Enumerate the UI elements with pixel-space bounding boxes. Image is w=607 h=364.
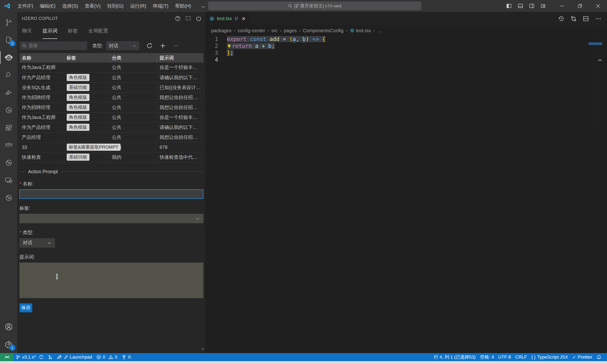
power-icon[interactable] [196,16,201,21]
tab-聊天[interactable]: 聊天 [22,27,32,39]
cell-name: 作为产品经理 [19,73,64,82]
menu-item[interactable]: 运行(R) [127,1,150,11]
menu-item[interactable]: 终端(T) [150,1,172,11]
breadcrumb-item[interactable]: ComponentsConfig [303,28,343,33]
sidebar-item-explorer[interactable]: 2 [0,31,17,49]
chevron-down-icon [47,241,52,245]
bell-icon [596,355,602,360]
breadcrumb-item[interactable]: src [271,28,278,33]
cell-tag: 角色模版 [64,92,110,102]
tag-select[interactable] [19,214,203,223]
remove-button[interactable] [173,43,179,49]
timeline-icon[interactable] [558,16,564,22]
breadcrumb-item[interactable]: test.tsx [350,28,371,33]
code-area[interactable]: 1export const add = (a, b) => {2return a… [206,36,607,353]
sidebar-item-run-debug[interactable] [0,84,17,102]
minimap[interactable] [589,36,602,130]
indent-setting[interactable]: 空格: 4 [478,353,496,361]
prompt-textarea[interactable]: I [19,262,203,298]
formatter-status[interactable]: ✓Prettier [570,353,594,361]
type-filter-select[interactable]: 对话 [106,41,139,50]
settings-button[interactable]: 1 [0,336,17,353]
name-field[interactable] [19,189,203,199]
customize-layout-icon[interactable] [540,3,546,9]
notifications-button[interactable] [594,353,604,361]
table-row[interactable]: 产品经理公共我想让你担任招聘... [19,132,203,142]
table-row[interactable]: 作为Java工程师公共你是一个经验丰富... [19,63,203,73]
breadcrumb-item[interactable]: config-center [238,28,265,33]
minimize-button[interactable] [553,0,571,12]
search-input[interactable] [29,43,84,48]
tab-标签[interactable]: 标签 [68,27,78,39]
sidebar-item-organization[interactable] [0,136,17,154]
sidebar-item-circle-play2[interactable] [0,189,17,207]
toggle-secondary-sidebar-icon[interactable] [529,3,534,9]
menu-item[interactable]: 转到(G) [104,1,127,11]
menu-item[interactable]: 帮助(H) [172,1,194,11]
eol-setting[interactable]: CRLF [513,353,529,361]
back-arrow-icon[interactable]: ← [201,3,207,9]
refresh-button[interactable] [146,43,152,49]
breadcrumb-item[interactable]: pages [284,28,297,33]
sidebar-item-hzero-copilot[interactable] [0,49,17,66]
restore-button[interactable] [571,0,589,12]
editor-area: test.tsx U ✕ packages›config-center›src›… [206,12,607,353]
command-center[interactable]: [扩展开发宿主] c7n-ued [208,2,421,10]
launchpad-button[interactable]: Launchpad [55,353,94,361]
tab-test-tsx[interactable]: test.tsx U ✕ [206,12,250,25]
breadcrumb-separator: › [280,28,281,33]
scroll-down-icon[interactable]: ▾ [202,347,204,351]
language-mode[interactable]: { }TypeScript JSX [529,353,570,361]
tab-提示词[interactable]: 提示词 [42,27,57,39]
table-row[interactable]: 作为产品经理角色模版公共请确认我的以下请... [19,73,203,82]
split-editor-icon[interactable] [583,16,589,22]
remote-indicator[interactable]: >< [0,353,14,361]
breadcrumb-item[interactable]: ... [377,28,381,33]
more-actions-icon[interactable] [595,16,601,22]
table-row[interactable]: 作为Java工程师角色模版公共你是一个经验丰富... [19,112,203,122]
sidebar-item-source-control[interactable] [0,14,17,31]
cell-category: 公共 [110,132,157,142]
menu-item[interactable]: 编辑(E) [37,1,59,11]
ports-status[interactable]: 0 [119,353,133,361]
table-row[interactable]: 业务SQL生成基础功能公共已知{{业务表设计逻... [19,82,203,92]
table-row[interactable]: 快速检查基础功能我的快速检查选中代码... [19,152,203,162]
sidebar-item-circle-play[interactable] [0,154,17,171]
table-row[interactable]: 作为招聘经理角色模版公共我想让你担任招聘... [19,102,203,112]
close-button[interactable] [589,0,607,12]
close-tab-icon[interactable]: ✕ [242,16,246,22]
table-row[interactable]: 33标签&摘要提取PROMPT我的678 [19,142,203,152]
open-changes-icon[interactable] [570,16,577,22]
git-graph-button[interactable] [46,353,55,361]
menu-item[interactable]: 文件(F) [14,1,37,11]
screenshot-select-icon[interactable] [185,16,191,21]
prompt-table: 名称标签分类提示词 作为Java工程师公共你是一个经验丰富...作为产品经理角色… [19,53,203,162]
menu-item[interactable]: 选择(S) [59,1,81,11]
add-button[interactable] [160,43,166,49]
account-button[interactable] [0,318,17,336]
sidebar-item-search[interactable] [0,66,17,84]
help-icon[interactable] [175,16,180,21]
cell-prompt: 你是一个经验丰富... [157,112,203,122]
toggle-sidebar-icon[interactable] [506,3,512,9]
toggle-panel-icon[interactable] [518,3,523,9]
encoding-setting[interactable]: UTF-8 [496,353,513,361]
cursor-position[interactable]: 行 4, 列 1 (已选择53) [432,353,478,361]
lightbulb-icon[interactable] [227,44,232,49]
sidebar-item-extension-a[interactable] [0,102,17,119]
sidebar-item-remote-explorer[interactable] [0,171,17,189]
pencil-icon [64,355,68,360]
status-bar: >< v3.1.x* Launchpad 0 0 0 行 4, 列 1 (已选择… [0,353,607,361]
tab-全局配置[interactable]: 全局配置 [88,27,108,39]
type-label: 类型: [23,230,34,235]
table-row[interactable]: 作为产品经理角色模版公共请确认我的以下请... [19,122,203,132]
git-branch-status[interactable]: v3.1.x* [14,353,46,361]
save-button[interactable]: 保存 [19,303,32,312]
sidebar-item-extensions[interactable] [0,119,17,136]
breadcrumb-item[interactable]: packages [211,28,232,33]
menu-item[interactable]: 查看(V) [81,1,104,11]
problems-status[interactable]: 0 0 [94,353,119,361]
search-box[interactable] [19,41,87,50]
table-row[interactable]: 作为招聘经理角色模版公共我想让你担任招聘... [19,92,203,102]
type-select[interactable]: 对话 [19,238,55,248]
